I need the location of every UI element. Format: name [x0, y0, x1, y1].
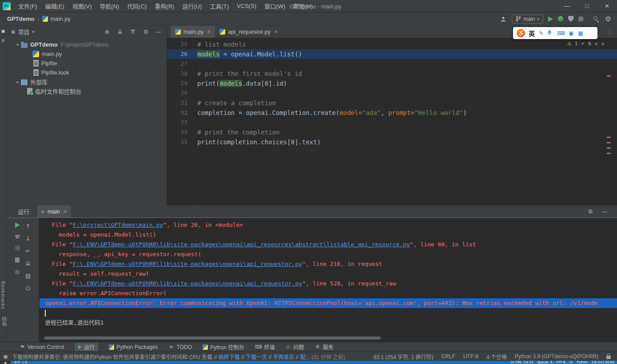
- code-line[interactable]: 34# print the completion: [167, 127, 617, 137]
- tree-item[interactable]: main.py: [7, 49, 167, 59]
- keyboard-icon[interactable]: ⌨: [557, 30, 565, 36]
- toolwindow-button[interactable]: ≡TODO: [168, 344, 191, 350]
- stack-trace-link[interactable]: F:\project\GPTdemo\main.py: [73, 222, 163, 228]
- console-line[interactable]: [45, 308, 617, 318]
- menu-item[interactable]: 视图(V): [68, 0, 96, 12]
- handwriting-pen-icon[interactable]: ✎: [538, 30, 544, 36]
- project-panel-title[interactable]: 项目: [18, 28, 29, 36]
- breadcrumb-project[interactable]: GPTdemo: [7, 16, 34, 22]
- code-line[interactable]: 32completion = openai.Completion.create(…: [167, 108, 617, 118]
- status-link[interactable]: 配...: [300, 354, 310, 360]
- editor-tab[interactable]: main.py×: [171, 26, 215, 38]
- toolwindow-button[interactable]: ⚙服务: [315, 343, 334, 351]
- code-line[interactable]: 26models = openai.Model.list(): [167, 49, 617, 59]
- ok-stripe-mark[interactable]: [607, 153, 611, 154]
- stack-trace-link[interactable]: F:\.ENV\GPTdemo-uQtPOhRR\lib\site-packag…: [73, 280, 303, 287]
- error-stripe-mark[interactable]: [607, 75, 611, 77]
- edit-configuration-wrench-icon[interactable]: ⚒: [14, 233, 21, 240]
- editor-status-text[interactable]: Ln 295, Col 13 Spaces: 4 UTF-8 LF Python…: [511, 361, 614, 364]
- print-icon[interactable]: ▤: [24, 272, 32, 279]
- code-line[interactable]: 29print(models.data[0].id): [167, 79, 617, 88]
- error-stripe-mark[interactable]: [607, 147, 611, 149]
- up-stack-trace-icon[interactable]: ↑: [24, 222, 32, 229]
- pin-tab-icon[interactable]: ⊙: [14, 268, 21, 275]
- bookmarks-toolwindow-button[interactable]: Bookmarks: [0, 281, 6, 309]
- console-line[interactable]: 进程已结束,退出代码1: [45, 318, 617, 328]
- run-console[interactable]: File "F:\project\GPTdemo\main.py", line …: [40, 218, 617, 342]
- git-branch-widget[interactable]: main ▾: [512, 15, 543, 24]
- prev-problem-icon[interactable]: ∧: [594, 41, 598, 47]
- chevron-down-icon[interactable]: ▾: [32, 29, 34, 34]
- commit-toolwindow-icon[interactable]: ≣: [1, 38, 6, 43]
- console-line[interactable]: response, _, api_key = requestor.request…: [45, 249, 617, 259]
- interpreter-widget[interactable]: Python 3.9 (GPTdemo-uQtPOhRR): [515, 353, 598, 360]
- run-button[interactable]: [548, 16, 553, 22]
- indent-widget[interactable]: 4 个空格: [486, 353, 507, 360]
- kebab-menu-icon[interactable]: ⋮: [607, 28, 613, 35]
- menu-item[interactable]: 工具(T): [206, 0, 233, 12]
- next-problem-icon[interactable]: ∨: [601, 41, 605, 47]
- search-everywhere-icon[interactable]: [593, 16, 600, 23]
- expand-all-icon[interactable]: ⇊: [116, 28, 123, 35]
- stop-button[interactable]: [578, 16, 583, 21]
- grid-icon[interactable]: ▦: [577, 30, 583, 36]
- console-line[interactable]: File "F:\.ENV\GPTdemo-uQtPOhRR\lib\site-…: [45, 240, 617, 249]
- error-stripe-mark[interactable]: [607, 137, 611, 138]
- toolwindow-button[interactable]: ⌨终端: [255, 343, 275, 351]
- clear-console-icon[interactable]: ∅: [24, 285, 32, 292]
- code-line[interactable]: 33: [167, 118, 617, 127]
- menu-item[interactable]: 文件(F): [14, 0, 41, 12]
- menu-item[interactable]: 运行(U): [178, 0, 206, 12]
- hide-panel-icon[interactable]: —: [155, 28, 162, 35]
- tree-item[interactable]: Pipfile.lock: [7, 68, 167, 77]
- project-toolwindow-icon[interactable]: ▣: [1, 28, 6, 33]
- chevron-icon[interactable]: ▸: [15, 79, 21, 84]
- console-line[interactable]: File "F:\project\GPTdemo\main.py", line …: [45, 220, 617, 230]
- tab-close-icon[interactable]: ×: [274, 28, 278, 35]
- toolwindow-switcher-icon[interactable]: ▣: [3, 353, 8, 360]
- console-line[interactable]: File "F:\.ENV\GPTdemo-uQtPOhRR\lib\site-…: [45, 259, 617, 269]
- minimize-button[interactable]: —: [557, 0, 577, 12]
- coverage-button[interactable]: [568, 16, 573, 22]
- status-link[interactable]: 始终下载: [219, 354, 240, 360]
- console-line[interactable]: File "F:\.ENV\GPTdemo-uQtPOhRR\lib\site-…: [45, 279, 617, 289]
- mic-icon[interactable]: [548, 30, 553, 36]
- panel-settings-icon[interactable]: ⚙: [142, 28, 149, 35]
- toolwindow-button[interactable]: Python 控制台: [203, 343, 244, 351]
- tree-item[interactable]: 临时文件和控制台: [7, 87, 167, 96]
- collapse-all-icon[interactable]: ⇈: [129, 28, 136, 35]
- tree-item[interactable]: Pipfile: [7, 59, 167, 68]
- close-icon[interactable]: ×: [64, 208, 67, 215]
- status-link[interactable]: 不再显示: [273, 354, 294, 360]
- toolwindow-button[interactable]: 运行: [75, 343, 98, 351]
- user-account-icon[interactable]: [500, 16, 507, 23]
- problem-counts[interactable]: ⊘ 0 △ 0: [14, 361, 27, 364]
- console-line[interactable]: models = openai.Model.list(): [45, 230, 617, 240]
- debug-button[interactable]: [558, 16, 563, 22]
- run-tab[interactable]: main ×: [37, 206, 72, 218]
- grid-icon[interactable]: ▦: [0, 361, 11, 364]
- stack-trace-link[interactable]: F:\.ENV\GPTdemo-uQtPOhRR\lib\site-packag…: [73, 261, 303, 267]
- settings-gear-icon[interactable]: ⚙: [605, 16, 612, 23]
- hide-run-panel-icon[interactable]: —: [601, 208, 608, 215]
- line-separator-widget[interactable]: CRLF: [442, 353, 455, 360]
- tree-item[interactable]: ▸外部库: [7, 77, 167, 87]
- tree-item[interactable]: ▾GPTdemoF:\project\GPTdemo: [7, 40, 167, 49]
- code-line[interactable]: 30: [167, 88, 617, 98]
- toolbox-icon[interactable]: ▣: [568, 30, 574, 36]
- menu-item[interactable]: 编辑(E): [41, 0, 68, 12]
- caret-position-widget[interactable]: 63:1 (254 字符, 1 换行符): [374, 353, 434, 360]
- chevron-icon[interactable]: ▾: [15, 42, 21, 47]
- code-line[interactable]: 27: [167, 59, 617, 69]
- passed-count[interactable]: 6: [588, 41, 591, 47]
- locate-file-icon[interactable]: ⊕: [103, 28, 111, 35]
- menu-item[interactable]: 导航(N): [96, 0, 123, 12]
- ime-language-mode[interactable]: 英: [529, 29, 535, 38]
- rerun-button[interactable]: [15, 222, 20, 228]
- down-stack-trace-icon[interactable]: ↓: [24, 235, 32, 242]
- toolwindow-button[interactable]: ⚑Version Control: [20, 344, 64, 350]
- code-line[interactable]: 28# print the first model's id: [167, 69, 617, 79]
- maximize-button[interactable]: □: [577, 0, 597, 12]
- scroll-to-end-icon[interactable]: ⇊: [24, 260, 32, 267]
- code-line[interactable]: 35print(completion.choices[0].text): [167, 137, 617, 147]
